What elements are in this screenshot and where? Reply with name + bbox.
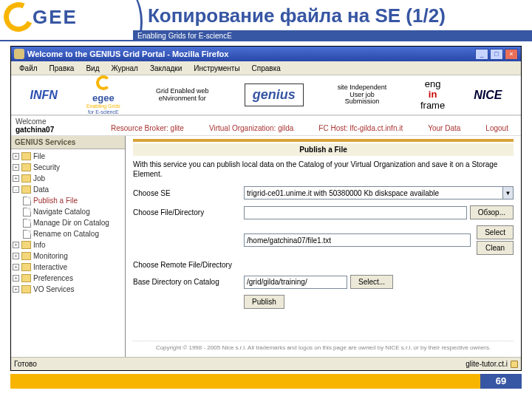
select-button[interactable]: Select: [477, 225, 514, 239]
input-base-dir[interactable]: [244, 276, 347, 289]
tree-node-rename[interactable]: Rename on Catalog: [13, 228, 123, 239]
nav-virtual-org[interactable]: Virtual Organization: gilda: [209, 124, 293, 132]
menu-view[interactable]: Вид: [81, 63, 104, 74]
nav-fc-host[interactable]: FC Host: lfc-gilda.ct.infn.it: [318, 124, 403, 132]
slide-header: GEE Копирование файла на SE (1/2) Enabli…: [0, 0, 532, 41]
browse-button[interactable]: Обзор...: [470, 205, 514, 219]
folder-icon: [21, 174, 31, 183]
egee-logo: GEE: [0, 0, 124, 41]
label-choose-se: Choose SE: [133, 189, 244, 197]
menu-help[interactable]: Справка: [247, 63, 286, 74]
footer-bar: [10, 374, 480, 389]
folder-icon: [21, 263, 31, 271]
nav-row: Welcomegatchina07 Resource Broker: glite…: [11, 115, 521, 136]
logo-enginframe: enginframe: [420, 79, 445, 111]
doc-icon: [23, 230, 31, 239]
logo-genius: genius: [245, 83, 304, 106]
nav-your-data[interactable]: Your Data: [428, 124, 460, 132]
tree-node-publish[interactable]: Publish a File: [13, 195, 123, 206]
doc-icon: [23, 208, 31, 216]
menubar: Файл Правка Вид Журнал Закладки Инструме…: [11, 61, 521, 75]
panel-title: Publish a File: [133, 143, 514, 156]
folder-icon: [21, 152, 31, 160]
browser-window: Welcome to the GENIUS Grid Portal - Mozi…: [10, 46, 522, 371]
label-base-dir: Base Directory on Catalog: [133, 278, 244, 286]
tree-node-file[interactable]: +File: [13, 151, 123, 162]
tree-node-job[interactable]: +Job: [13, 173, 123, 184]
tree-pane: GENIUS Services +File +Security +Job -Da…: [11, 136, 126, 357]
menu-edit[interactable]: Правка: [44, 63, 80, 74]
tree-title: GENIUS Services: [11, 136, 125, 149]
slide-footer: 69: [0, 371, 532, 392]
content-pane: Publish a File With this service you can…: [126, 136, 521, 357]
window-title: Welcome to the GENIUS Grid Portal - Mozi…: [27, 50, 475, 58]
welcome-box: Welcomegatchina07: [11, 116, 98, 135]
copyright-text: Copyright © 1998 - 2005 Nice s.r.l. All …: [133, 341, 514, 354]
logo-egee-small: egee Enabling Grids for E-sciencE: [86, 75, 120, 115]
tree-node-manage[interactable]: Manage Dir on Catalog: [13, 217, 123, 228]
label-remote-file: Choose Remote File/Directory: [133, 261, 244, 269]
page-number: 69: [480, 374, 522, 389]
clean-button[interactable]: Clean: [477, 241, 514, 255]
maximize-button[interactable]: □: [490, 49, 503, 60]
tree-node-preferences[interactable]: +Preferences: [13, 273, 123, 284]
folder-icon: [21, 241, 31, 249]
tree-node-data[interactable]: -Data: [13, 184, 123, 195]
minimize-button[interactable]: _: [475, 49, 488, 60]
menu-file[interactable]: Файл: [14, 63, 43, 74]
nav-resource-broker[interactable]: Resource Broker: glite: [111, 124, 184, 132]
egee-logo-text: GEE: [33, 6, 78, 29]
folder-open-icon: [21, 185, 31, 194]
slide-title: Копирование файла на SE (1/2): [148, 4, 446, 27]
nav-logout[interactable]: Logout: [485, 124, 508, 132]
window-titlebar: Welcome to the GENIUS Grid Portal - Mozi…: [11, 47, 521, 61]
input-file-path[interactable]: [244, 233, 471, 247]
menu-history[interactable]: Журнал: [106, 63, 143, 74]
statusbar: Готово glite-tutor.ct.i: [11, 357, 521, 370]
slide-subtitle: Enabling Grids for E-sciencE: [133, 30, 532, 41]
logo-strip: INFN egee Enabling Grids for E-sciencE G…: [11, 75, 521, 115]
folder-icon: [21, 285, 31, 293]
input-file-browse[interactable]: [244, 206, 467, 219]
tree-node-monitoring[interactable]: +Monitoring: [13, 250, 123, 262]
tree-node-vo[interactable]: +VO Services: [13, 284, 123, 295]
tree-node-info[interactable]: +Info: [13, 239, 123, 250]
chevron-down-icon: ▼: [502, 187, 513, 199]
lock-icon: [511, 361, 518, 368]
tree-node-security[interactable]: +Security: [13, 162, 123, 173]
folder-icon: [21, 274, 31, 282]
accent-line: [133, 139, 514, 142]
folder-icon: [21, 163, 31, 171]
menu-bookmarks[interactable]: Закладки: [145, 63, 187, 74]
select-se[interactable]: trigrid-ce01.unime.it with 50380000 Kb d…: [244, 186, 514, 200]
tree-node-interactive[interactable]: +Interactive: [13, 262, 123, 273]
egee-mini-swirl-icon: [96, 75, 111, 90]
label-choose-file: Choose File/Directory: [133, 208, 244, 216]
app-icon: [14, 49, 24, 59]
publish-button[interactable]: Publish: [244, 295, 284, 309]
menu-tools[interactable]: Инструменты: [188, 63, 245, 74]
select-dir-button[interactable]: Select...: [350, 275, 393, 289]
status-host: glite-tutor.ct.i: [466, 360, 508, 368]
status-text: Готово: [14, 360, 466, 368]
site-indep-text: site Independent User job Submission: [332, 84, 392, 106]
tree-node-navigate[interactable]: Navigate Catalog: [13, 206, 123, 217]
panel-description: With this service you can publish local …: [133, 160, 514, 179]
doc-icon: [23, 197, 31, 205]
folder-icon: [21, 252, 31, 260]
logo-nice: NICE: [474, 89, 502, 102]
logo-infn: INFN: [30, 89, 58, 102]
doc-icon: [23, 219, 31, 228]
close-button[interactable]: ×: [505, 49, 518, 60]
grid-env-text: Grid Enabled web eNvironment for: [149, 88, 216, 103]
